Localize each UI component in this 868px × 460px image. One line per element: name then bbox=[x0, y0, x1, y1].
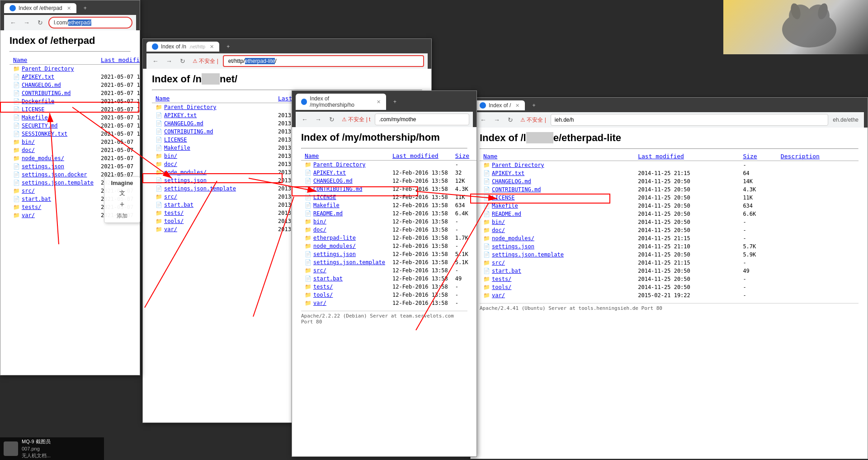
col-name-4[interactable]: Name bbox=[480, 152, 634, 161]
link-settingstemplate-3[interactable]: settings.json.template bbox=[313, 259, 385, 266]
link-makefile-1[interactable]: Makefile bbox=[22, 114, 48, 121]
link-startbat-3[interactable]: start.bat bbox=[313, 275, 343, 282]
link-contributing-2[interactable]: CONTRIBUTING.md bbox=[164, 128, 213, 135]
link-settings-2[interactable]: settings.json bbox=[164, 177, 207, 184]
col-desc-3[interactable]: Description bbox=[473, 152, 476, 161]
forward-btn-3[interactable]: → bbox=[313, 114, 324, 125]
link-makefile-2[interactable]: Makefile bbox=[164, 145, 190, 151]
link-settingstemplate-2[interactable]: settings.json.template bbox=[164, 185, 236, 192]
link-nodemodules-3[interactable]: node_modules/ bbox=[313, 243, 356, 249]
col-size-4[interactable]: Size bbox=[739, 152, 777, 161]
tab-close-1[interactable]: ✕ bbox=[67, 5, 71, 11]
back-btn-4[interactable]: ← bbox=[478, 114, 489, 125]
link-nodemodules-2[interactable]: node_modules/ bbox=[164, 169, 207, 175]
tab-3-active[interactable]: Index of /my/mothership/ho ✕ bbox=[296, 94, 386, 110]
link-tools-3[interactable]: tools/ bbox=[313, 292, 333, 298]
link-parent-1[interactable]: Parent Directory bbox=[22, 66, 74, 72]
link-contributing-3[interactable]: CONTRIBUTING.md bbox=[313, 186, 362, 192]
link-var-4[interactable]: var/ bbox=[492, 292, 505, 299]
link-settings-3[interactable]: settings.json bbox=[313, 251, 356, 257]
link-tests-1[interactable]: tests/ bbox=[22, 204, 41, 210]
link-nodemodules-1[interactable]: node_modules/ bbox=[22, 155, 64, 161]
link-src-2[interactable]: src/ bbox=[164, 194, 177, 200]
col-modified-4[interactable]: Last modified bbox=[634, 152, 739, 161]
url-bar-1[interactable]: l.com/etherpad/ bbox=[48, 17, 132, 28]
link-license-2[interactable]: LICENSE bbox=[164, 137, 187, 143]
link-readme-3[interactable]: README.md bbox=[313, 210, 343, 217]
col-modified-1[interactable]: Last modified bbox=[97, 56, 140, 65]
col-name-3[interactable]: Name bbox=[301, 152, 389, 161]
link-tools-2[interactable]: tools/ bbox=[164, 218, 184, 224]
window-3[interactable]: Index of /my/mothership/ho ✕ + ← → ↻ ⚠ 不… bbox=[292, 90, 477, 457]
url-bar-3[interactable]: .com/my/mothe bbox=[375, 114, 469, 125]
link-makefile-4[interactable]: Makefile bbox=[492, 203, 518, 209]
link-src-3[interactable]: src/ bbox=[313, 267, 326, 274]
reload-btn-4[interactable]: ↻ bbox=[505, 114, 516, 125]
tab-close-4[interactable]: ✕ bbox=[515, 103, 519, 109]
reload-btn-3[interactable]: ↻ bbox=[326, 114, 337, 125]
link-contributing-1[interactable]: CONTRIBUTING.md bbox=[22, 90, 71, 96]
link-doc-3[interactable]: doc/ bbox=[313, 227, 326, 233]
link-parent-2[interactable]: Parent Directory bbox=[164, 104, 217, 110]
link-doc-4[interactable]: doc/ bbox=[492, 227, 505, 233]
link-changelog-4[interactable]: CHANGELOG.md bbox=[492, 178, 531, 185]
tab-new-4[interactable]: + bbox=[527, 100, 539, 110]
link-tests-4[interactable]: tests/ bbox=[492, 276, 511, 282]
link-src-4[interactable]: src/ bbox=[492, 260, 505, 266]
link-contributing-4[interactable]: CONTRIBUTING.md bbox=[492, 186, 541, 193]
tab-2-active[interactable]: Index of /n .net/http ✕ bbox=[146, 42, 219, 52]
link-sessionkey-1[interactable]: SESSIONKEY.txt bbox=[22, 131, 67, 137]
tab-close-2[interactable]: ✕ bbox=[210, 44, 214, 50]
tab-new-3[interactable]: + bbox=[388, 97, 401, 107]
url-bar-4[interactable]: ieh.de/h bbox=[551, 114, 828, 126]
link-dockerfile-1[interactable]: Dockerfile bbox=[22, 98, 54, 104]
new-tab-icon-4[interactable]: + bbox=[532, 102, 535, 109]
window-4[interactable]: Index of / ✕ + ← → ↻ ⚠ 不安全 | ieh.de/h eh… bbox=[470, 97, 868, 459]
link-var-2[interactable]: var/ bbox=[164, 226, 177, 232]
forward-btn-1[interactable]: → bbox=[21, 17, 32, 28]
url-bar-2[interactable]: et/http/etherpad-lite/ bbox=[223, 55, 424, 67]
link-startbat-4[interactable]: start.bat bbox=[492, 268, 521, 274]
link-bin-3[interactable]: bin/ bbox=[313, 218, 326, 225]
link-var-1[interactable]: var/ bbox=[22, 212, 35, 218]
link-src-1[interactable]: src/ bbox=[22, 188, 35, 194]
link-settingsdocker-1[interactable]: settings.json.docker bbox=[22, 171, 87, 178]
link-tests-2[interactable]: tests/ bbox=[164, 210, 184, 216]
link-readme-4[interactable]: README.md bbox=[492, 211, 521, 217]
tab-new-2[interactable]: + bbox=[221, 42, 234, 52]
link-changelog-3[interactable]: CHANGELOG.md bbox=[313, 178, 353, 184]
link-nodemodules-4[interactable]: node_modules/ bbox=[492, 235, 534, 242]
back-btn-2[interactable]: ← bbox=[150, 56, 161, 66]
imagine-plus-icon[interactable]: + bbox=[120, 200, 125, 209]
link-apikey-1[interactable]: APIKEY.txt bbox=[22, 74, 54, 80]
new-tab-icon-1[interactable]: + bbox=[84, 5, 87, 11]
link-changelog-1[interactable]: CHANGELOG.md bbox=[22, 82, 61, 88]
link-apikey-3[interactable]: APIKEY.txt bbox=[313, 170, 346, 176]
link-bin-2[interactable]: bin/ bbox=[164, 153, 177, 159]
link-license-3[interactable]: LICENSE bbox=[313, 194, 336, 200]
link-security-1[interactable]: SECURITY.md bbox=[22, 123, 57, 129]
forward-btn-2[interactable]: → bbox=[164, 56, 175, 66]
link-makefile-3[interactable]: Makefile bbox=[313, 202, 340, 209]
new-tab-icon-2[interactable]: + bbox=[226, 43, 230, 50]
reload-btn-1[interactable]: ↻ bbox=[35, 17, 46, 28]
link-bin-4[interactable]: bin/ bbox=[492, 219, 505, 225]
tab-new-1[interactable]: + bbox=[78, 3, 91, 13]
link-settings-4[interactable]: settings.json bbox=[492, 243, 534, 250]
link-doc-2[interactable]: doc/ bbox=[164, 161, 177, 167]
link-etherpadsub-3[interactable]: etherpad-lite bbox=[313, 235, 356, 241]
forward-btn-4[interactable]: → bbox=[491, 114, 502, 125]
imagine-widget[interactable]: Imagine 文 + 添加 bbox=[104, 176, 140, 223]
link-parent-3[interactable]: Parent Directory bbox=[313, 161, 366, 168]
back-btn-1[interactable]: ← bbox=[8, 17, 19, 28]
link-startbat-2[interactable]: start.bat bbox=[164, 202, 193, 208]
tab-close-3[interactable]: ✕ bbox=[377, 99, 381, 105]
col-desc-4[interactable]: Description bbox=[777, 152, 859, 161]
link-license-1[interactable]: LICENSE bbox=[22, 106, 45, 113]
link-apikey-4[interactable]: APIKEY.txt bbox=[492, 170, 524, 176]
link-var-3[interactable]: var/ bbox=[313, 300, 326, 306]
back-btn-3[interactable]: ← bbox=[299, 114, 310, 125]
link-startbat-1[interactable]: start.bat bbox=[22, 196, 51, 202]
link-parent-4[interactable]: Parent Directory bbox=[492, 162, 544, 168]
col-name-1[interactable]: Name bbox=[9, 56, 97, 65]
